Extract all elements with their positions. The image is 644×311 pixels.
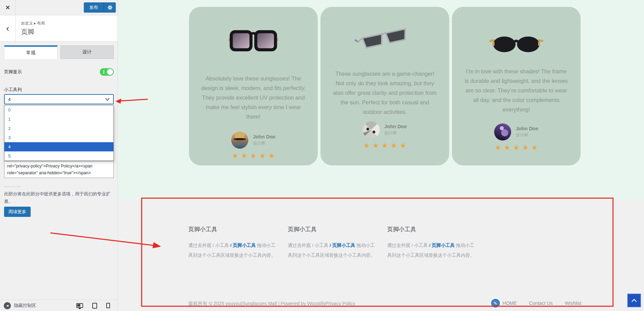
avatar	[494, 123, 511, 140]
dropdown-option-selected[interactable]: 4	[4, 142, 113, 151]
widget-link[interactable]: / 页脚小工具	[230, 243, 256, 248]
code-line: rel="privacy-policy">Privacy Policy</a><…	[7, 163, 111, 169]
footer-widget-column: 页脚小工具 通过去外观 / 小工具 / 页脚小工具 拖动小工具到这个小工具区域替…	[387, 225, 487, 260]
code-line: role="separator" aria-hidden="true"></sp…	[7, 169, 111, 176]
sidebar-bottom-bar: ◀ 隐藏控制区	[0, 300, 117, 311]
footer-widget-column: 页脚小工具 通过去外观 / 小工具 / 页脚小工具 拖动小工具到这个小工具区域替…	[188, 225, 288, 260]
publish-group: 发布	[84, 2, 116, 13]
toggle-on-mark	[104, 70, 104, 74]
author-role: 设计师	[253, 140, 275, 146]
sunglasses-image	[228, 29, 279, 53]
copyright-code-textarea[interactable]: rel="privacy-policy">Privacy Policy</a><…	[4, 161, 114, 178]
menu-item-home[interactable]: HOME	[503, 300, 517, 306]
author-role: 设计师	[384, 130, 407, 136]
chevron-down-icon	[105, 98, 110, 101]
copyright-text: 版权所有 © 2025 youyou|Sunglasses Mall | Pow…	[188, 301, 355, 307]
divider	[4, 187, 20, 187]
footer-widget-column: 页脚小工具 通过去外观 / 小工具 / 页脚小工具 拖动小工具到这个小工具区域替…	[288, 225, 387, 260]
dropdown-option[interactable]: 0	[4, 105, 113, 115]
star-rating: ★★★★★	[361, 142, 409, 150]
star-rating: ★★★★★	[229, 152, 278, 160]
review-text: I’m in love with these shades! The frame…	[464, 66, 569, 114]
review-text: These sunglasses are a game-changer! Not…	[332, 69, 438, 117]
dropdown-option[interactable]: 3	[4, 133, 113, 142]
testimonial-card: These sunglasses are a game-changer! Not…	[320, 7, 449, 165]
widget-text: 通过去外观 / 小工具 / 页脚小工具 拖动小工具到这个小工具区域替换这个小工具…	[288, 240, 376, 260]
footer-widgets: 页脚小工具 通过去外观 / 小工具 / 页脚小工具 拖动小工具到这个小工具区域替…	[188, 225, 487, 260]
phone-icon[interactable]	[106, 303, 110, 308]
author-name: John Doe	[384, 124, 407, 129]
tab-design[interactable]: 设计	[60, 45, 114, 59]
dropdown-option[interactable]: 5	[4, 151, 113, 161]
hide-controls-label[interactable]: 隐藏控制区	[14, 302, 36, 309]
toggle-knob	[107, 69, 113, 75]
publish-button[interactable]: 发布	[84, 2, 104, 13]
desktop-icon[interactable]	[76, 303, 83, 308]
widget-columns-select[interactable]: 4	[4, 94, 114, 104]
site-footer: 页脚小工具 通过去外观 / 小工具 / 页脚小工具 拖动小工具到这个小工具区域替…	[118, 199, 644, 311]
widget-title: 页脚小工具	[387, 225, 487, 234]
dropdown-option[interactable]: 1	[4, 115, 113, 124]
widget-text-pre: 通过去外观 / 小工具	[387, 243, 429, 248]
footer-display-label: 页脚显示	[4, 69, 22, 75]
widget-title: 页脚小工具	[188, 225, 288, 234]
edit-pencil-icon[interactable]: ✎	[491, 299, 500, 308]
upsell-text: 此部分将在此部分中提供更多选项，用于我们的专业扩展。	[4, 190, 114, 205]
testimonial-cards: Absolutely love these sunglasses! The de…	[189, 7, 581, 165]
widget-columns-label: 小工具列	[4, 87, 22, 93]
author-row: John Doe 设计师	[494, 123, 538, 140]
widget-text: 通过去外观 / 小工具 / 页脚小工具 拖动小工具到这个小工具区域替换这个小工具…	[188, 240, 276, 260]
widget-title: 页脚小工具	[288, 225, 387, 234]
author-role: 设计师	[516, 132, 538, 138]
avatar	[363, 121, 380, 138]
widget-text: 通过去外观 / 小工具 / 页脚小工具 拖动小工具到这个小工具区域替换这个小工具…	[387, 240, 475, 260]
footer-display-toggle[interactable]	[100, 68, 114, 76]
customizer-screen: ✕ 发布 ‹	[0, 0, 644, 311]
avatar	[231, 132, 248, 149]
widget-columns-value: 4	[8, 97, 11, 102]
star-rating: ★★★★★	[492, 144, 540, 152]
device-preview-switcher	[76, 303, 110, 309]
sunglasses-image	[354, 23, 415, 51]
widget-columns-dropdown: 0 1 2 3 4 5	[4, 105, 114, 161]
page-title: 页脚	[21, 28, 34, 36]
author-name: John Doe	[516, 126, 538, 131]
customizer-sidebar: ✕ 发布 ‹	[0, 0, 118, 311]
tablet-icon[interactable]	[92, 303, 97, 309]
breadcrumb: 自定义 ▸ 布局	[21, 21, 45, 26]
tab-general[interactable]: 常规	[4, 45, 58, 59]
widget-text-pre: 通过去外观 / 小工具	[188, 243, 230, 248]
footer-display-row: 页脚显示	[4, 68, 114, 76]
panel-tabs: 常规 设计	[4, 45, 114, 59]
menu-item-wishlist[interactable]: Wishlist	[565, 300, 581, 306]
back-chevron-icon[interactable]: ‹	[0, 15, 16, 42]
review-text: Absolutely love these sunglasses! The de…	[201, 74, 306, 121]
widget-link[interactable]: / 页脚小工具	[429, 243, 455, 248]
testimonial-card: Absolutely love these sunglasses! The de…	[189, 7, 318, 165]
footer-menu: ✎ HOME Contact Us Wishlist	[491, 299, 581, 308]
site-preview: Absolutely love these sunglasses! The de…	[118, 0, 644, 311]
author-row: John Doe 设计师	[231, 132, 275, 149]
dropdown-option[interactable]: 2	[4, 124, 113, 133]
customizer-topbar: ✕ 发布	[0, 0, 117, 15]
collapse-icon[interactable]: ◀	[4, 302, 11, 309]
widget-text-pre: 通过去外观 / 小工具	[288, 243, 330, 248]
sunglasses-image	[489, 33, 544, 54]
menu-item-contact[interactable]: Contact Us	[529, 300, 553, 306]
panel-header: ‹ 自定义 ▸ 布局 页脚	[0, 15, 117, 42]
author-name: John Doe	[253, 134, 275, 139]
close-icon[interactable]: ✕	[0, 0, 16, 15]
read-more-button[interactable]: 阅读更多	[4, 207, 31, 217]
scroll-to-top-button[interactable]	[627, 294, 641, 307]
chevron-up-icon	[631, 299, 637, 302]
widget-link[interactable]: / 页脚小工具	[330, 243, 355, 248]
author-row: John Doe 设计师	[363, 121, 407, 138]
testimonial-card: I’m in love with these shades! The frame…	[452, 7, 581, 165]
gear-icon[interactable]	[104, 2, 116, 13]
